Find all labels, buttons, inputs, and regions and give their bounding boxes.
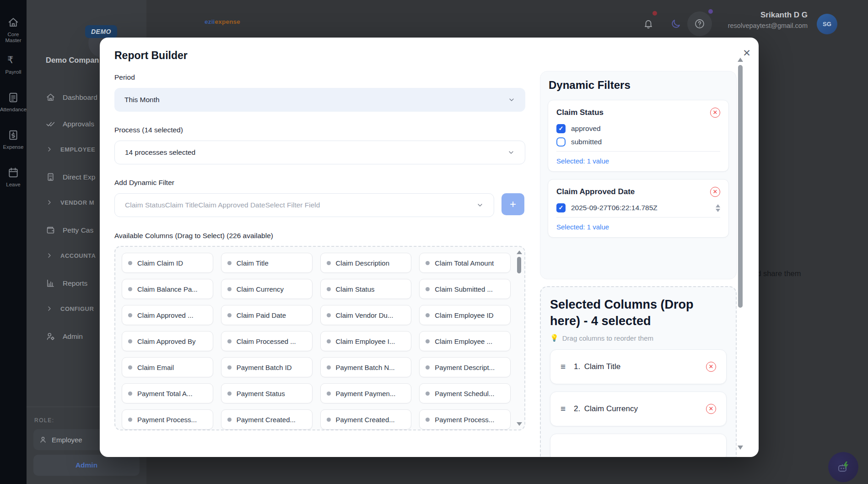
sidebar-item-vendor-m[interactable]: VENDOR M [46,199,94,206]
topbar: eziiexpense Srikanth D G resolvepaytest@… [146,0,868,39]
scrollbar-thumb[interactable] [738,65,743,308]
available-column-chip[interactable]: Claim Status [320,279,412,299]
filter-option-label: 2025-09-27T06:22:14.785Z [571,204,710,212]
available-column-chip[interactable]: Claim Title [221,253,313,273]
available-column-chip[interactable]: Payment Descript... [419,357,511,377]
available-column-chip[interactable]: Claim Claim ID [122,253,213,273]
sidebar-item-dashboard[interactable]: Dashboard [46,92,97,102]
column-chip-label: Payment Created... [336,416,395,424]
add-filter-button[interactable]: + [501,193,524,215]
drag-dot-icon [128,392,132,396]
available-column-chip[interactable]: Claim Employee ... [419,331,511,351]
double-check-icon [46,119,55,129]
dark-mode-moon-icon[interactable] [670,18,681,29]
available-column-chip[interactable]: Payment Process... [122,409,213,430]
remove-column-icon[interactable]: ✕ [706,404,716,414]
column-chip-label: Claim Employee I... [336,337,395,345]
available-column-chip[interactable]: Claim Email [122,357,213,377]
sidebar-item-approvals[interactable]: Approvals [46,119,94,129]
sidebar-item-reports[interactable]: Reports [46,278,87,288]
rail-item-attendance[interactable]: Attendance [0,92,27,113]
checkbox[interactable]: ✓ [556,124,566,133]
sidebar-item-label: CONFIGUR [60,305,94,312]
sidebar-item-direct-exp[interactable]: Direct Exp [46,172,96,182]
drag-dot-icon [426,392,430,396]
column-chip-label: Payment Process... [435,416,494,424]
user-name: Srikanth D G [760,11,808,20]
sidebar-item-accounta[interactable]: ACCOUNTA [46,252,96,259]
available-columns-label: Available Columns (Drag to Select) (226 … [114,232,273,240]
column-chip-label: Payment Total A... [137,390,193,397]
sidebar-item-label: Approvals [63,120,94,128]
drag-handle-icon[interactable]: ≡ [561,362,566,372]
available-column-chip[interactable]: Payment Status [221,383,313,403]
avatar[interactable]: SG [817,14,837,34]
sort-arrows-icon[interactable] [716,204,720,212]
available-column-chip[interactable]: Claim Vendor Du... [320,305,412,325]
checkbox[interactable]: ✓ [556,203,566,212]
rail-item-payroll[interactable]: ₹Payroll [0,54,27,75]
remove-column-icon[interactable]: ✕ [706,362,716,372]
period-label: Period [114,73,135,82]
available-column-chip[interactable]: Claim Balance Pa... [122,279,213,299]
drag-dot-icon [227,287,232,291]
available-column-chip[interactable]: Claim Total Amount [419,253,511,273]
available-column-chip[interactable]: Payment Created... [221,409,313,430]
admin-link-label: Admin [75,461,97,469]
rail-item-expense[interactable]: Expense [0,129,27,150]
available-column-chip[interactable]: Payment Schedul... [419,383,511,403]
selected-column-item[interactable]: ≡1. Claim Title✕ [550,349,727,384]
filter-field-select[interactable]: Claim StatusClaim TitleClaim Approved Da… [114,193,494,217]
scroll-down-icon[interactable] [738,446,743,450]
available-column-chip[interactable]: Payment Paymen... [320,383,412,403]
checkbox[interactable] [556,137,566,147]
available-column-chip[interactable]: Claim Currency [221,279,313,299]
building-icon [46,172,55,182]
available-column-chip[interactable]: Payment Batch N... [320,357,412,377]
available-column-chip[interactable]: Claim Employee ID [419,305,511,325]
sidebar-item-label: Petty Cas [63,226,93,234]
chevron-right-icon [46,252,53,259]
available-column-chip[interactable]: Payment Process... [419,409,511,430]
sidebar-item-configur[interactable]: CONFIGUR [46,305,94,312]
scrollbar-thumb[interactable] [517,257,521,273]
available-column-chip[interactable]: Claim Description [320,253,412,273]
available-column-chip[interactable]: Claim Submitted ... [419,279,511,299]
remove-filter-icon[interactable]: ✕ [710,187,720,197]
available-column-chip[interactable]: Claim Approved By [122,331,213,351]
scroll-down-icon[interactable] [517,422,522,426]
available-column-chip[interactable]: Claim Employee I... [320,331,412,351]
selected-columns-dropzone: Selected Columns (Drop here) - 4 selecte… [540,286,737,457]
reorder-tip: 💡 Drag columns to reorder them [550,334,727,342]
available-column-chip[interactable]: Claim Paid Date [221,305,313,325]
column-chip-label: Payment Status [237,390,285,397]
scroll-up-icon[interactable] [738,58,743,62]
sidebar-item-employee[interactable]: EMPLOYEE [46,146,95,153]
available-column-chip[interactable]: Claim Approved ... [122,305,213,325]
rail-item-leave[interactable]: Leave [0,167,27,188]
selected-columns-title: Selected Columns (Drop here) - 4 selecte… [550,296,727,329]
help-icon[interactable] [694,18,705,29]
scroll-up-icon[interactable] [517,250,522,254]
drag-dot-icon [327,287,331,291]
available-column-chip[interactable]: Claim Processed ... [221,331,313,351]
selected-column-item[interactable]: ≡2. Claim Currency✕ [550,392,727,426]
sidebar-admin-link[interactable]: Admin [33,455,140,476]
available-column-chip[interactable]: Payment Created... [320,409,412,430]
drag-handle-icon[interactable]: ≡ [561,404,566,414]
available-column-chip[interactable]: Payment Batch ID [221,357,313,377]
drag-dot-icon [426,261,430,265]
column-chip-label: Claim Vendor Du... [336,311,394,319]
available-column-chip[interactable]: Payment Total A... [122,383,213,403]
remove-filter-icon[interactable]: ✕ [710,108,720,118]
period-select[interactable]: This Month [114,88,525,112]
rail-item-label: Core Master [5,32,21,44]
sidebar-item-petty-cas[interactable]: Petty Cas [46,225,93,235]
process-select[interactable]: 14 processes selected [114,141,525,164]
selected-column-item-peek[interactable] [550,434,727,457]
sidebar-item-admin[interactable]: Admin [46,332,83,341]
assistant-fab[interactable] [828,452,858,482]
notifications-bell-icon[interactable] [643,18,654,29]
modal-title: Report Builder [114,49,188,62]
rail-item-core-master[interactable]: Core Master [0,16,27,44]
